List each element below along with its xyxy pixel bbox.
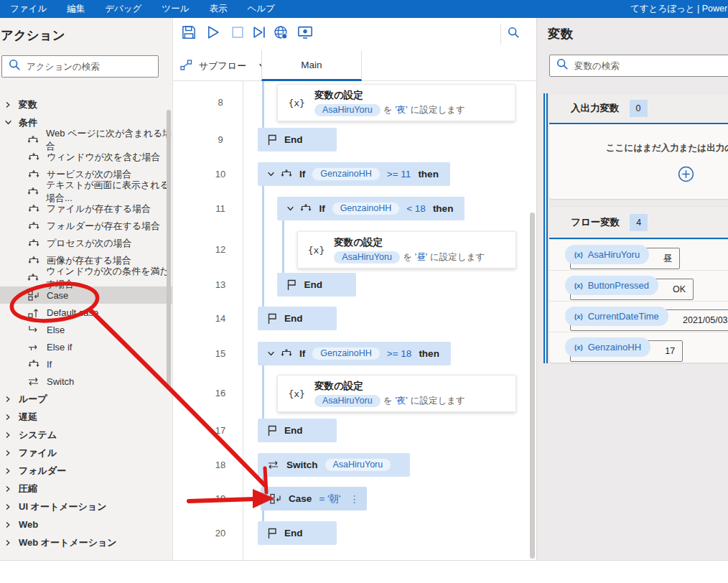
flow-scrollbar[interactable]: [530, 213, 535, 559]
stop-button[interactable]: [229, 25, 246, 42]
tree-item-Web ページに次が含まれる場合[interactable]: Web ページに次が含まれる場合: [0, 131, 172, 149]
action-end[interactable]: End: [258, 128, 337, 151]
tree-group-Web オートメーション[interactable]: Web オートメーション: [0, 533, 172, 551]
case-icon: [27, 290, 39, 301]
menu-item[interactable]: 表示: [199, 0, 237, 18]
row-number: 17: [207, 425, 233, 436]
chevron-right-icon: [4, 521, 13, 528]
switch-icon: [27, 377, 39, 386]
chevron-down-icon[interactable]: [267, 350, 275, 358]
tree-group-変数[interactable]: 変数: [0, 95, 172, 113]
action-set-variable[interactable]: {x} 変数の設定 AsaHiruYoru を '夜' に設定します: [277, 375, 516, 412]
run-next-icon: [252, 25, 266, 42]
chevron-right-icon: [4, 467, 13, 475]
variable-row[interactable]: (x) ButtonPressed OK (x) ButtonPressed: [549, 270, 728, 301]
tree-item-Switch[interactable]: Switch: [0, 373, 172, 390]
actions-scrollbar[interactable]: [167, 110, 171, 390]
menu-item[interactable]: ヘルプ: [237, 0, 284, 18]
tree-group-UI オートメーション[interactable]: UI オートメーション: [0, 498, 172, 516]
indent-guide: [262, 186, 264, 307]
tree-item-フォルダーが存在する場合[interactable]: フォルダーが存在する場合: [0, 218, 172, 235]
tree-item-Else[interactable]: Else: [0, 321, 172, 338]
variable-row[interactable]: (x) AsaHiruYoru 昼 (x) AsaHiruYoru: [549, 239, 728, 270]
variable-pill[interactable]: GenzainoHH: [332, 202, 400, 215]
tree-group-ループ[interactable]: ループ: [0, 390, 172, 408]
indent-guide: [262, 81, 264, 128]
tree-group-フォルダー[interactable]: フォルダー: [0, 462, 172, 480]
variable-value: 昼: [663, 253, 673, 265]
chevron-right-icon: [4, 432, 13, 439]
tree-group-システム[interactable]: システム: [0, 426, 172, 444]
action-if[interactable]: If GenzainoHH >= 18 then: [258, 342, 451, 365]
variable-row[interactable]: (x) CurrentDateTime 2021/05/03 17 (x) Cu…: [549, 301, 728, 332]
variables-search-input[interactable]: [574, 61, 726, 71]
variable-value: OK: [673, 284, 686, 294]
io-empty-message: ここにはまだ入力または出力の変数が: [606, 142, 728, 154]
tree-item-Else if[interactable]: Else if: [0, 338, 172, 355]
tree-group-圧縮[interactable]: 圧縮: [0, 480, 172, 498]
add-variable-button[interactable]: [677, 167, 694, 184]
tree-item-If[interactable]: If: [0, 355, 172, 373]
condition-icon: [27, 221, 39, 232]
io-variables-header[interactable]: 入出力変数 0: [549, 93, 728, 124]
set-variable-icon: {x}: [288, 98, 304, 108]
search-icon: [508, 27, 520, 42]
tree-group-遅延[interactable]: 遅延: [0, 408, 172, 426]
more-vertical-icon[interactable]: ⋮: [350, 493, 360, 505]
variable-pill[interactable]: AsaHiruYoru: [334, 251, 400, 264]
actions-search-input[interactable]: [27, 62, 151, 72]
flow-canvas: 8{x} 変数の設定 AsaHiruYoru を '夜' に設定します9End1…: [173, 81, 536, 560]
flow-variables-header[interactable]: フロー変数 4: [549, 207, 728, 239]
variable-pill[interactable]: AsaHiruYoru: [314, 395, 381, 408]
search-flow-button[interactable]: [505, 25, 522, 42]
variable-name-pill[interactable]: (x) GenzainoHH: [565, 337, 650, 357]
tree-item-Default case[interactable]: Default case: [0, 304, 172, 321]
tree-group-ファイル[interactable]: ファイル: [0, 444, 172, 462]
variable-pill[interactable]: GenzainoHH: [312, 348, 380, 360]
tree-item-ファイルが存在する場合[interactable]: ファイルが存在する場合: [0, 200, 172, 218]
web-recorder-button[interactable]: [272, 25, 289, 42]
variable-pill[interactable]: GenzainoHH: [312, 168, 380, 181]
chevron-right-icon: [4, 503, 13, 510]
subflow-selector[interactable]: サブフロー: [180, 50, 266, 81]
action-case[interactable]: Case = '朝' ⋮: [261, 487, 367, 510]
action-if[interactable]: If GenzainoHH >= 11 then: [258, 162, 450, 186]
variable-pill[interactable]: AsaHiruYoru: [325, 459, 391, 472]
tab-main[interactable]: Main: [261, 50, 362, 81]
variable-name-pill[interactable]: (x) AsaHiruYoru: [565, 245, 649, 264]
action-if[interactable]: If GenzainoHH < 18 then: [277, 197, 465, 220]
chevron-down-icon[interactable]: [267, 170, 275, 178]
variable-pill[interactable]: AsaHiruYoru: [314, 104, 381, 117]
desktop-recorder-button[interactable]: [297, 25, 314, 42]
actions-search-box[interactable]: [1, 55, 159, 78]
tree-item-ウィンドウが次を含む場合[interactable]: ウィンドウが次を含む場合: [0, 149, 172, 166]
variable-row[interactable]: (x) GenzainoHH 17 (x) GenzainoHH: [549, 332, 728, 363]
action-end[interactable]: End: [258, 307, 337, 330]
menu-item[interactable]: ファイル: [0, 0, 57, 18]
action-end[interactable]: End: [277, 273, 356, 297]
flag-icon: [267, 313, 277, 325]
variable-x-icon: (x): [574, 281, 583, 289]
tree-item-プロセスが次の場合[interactable]: プロセスが次の場合: [0, 235, 172, 252]
variable-name-pill[interactable]: (x) CurrentDateTime: [565, 307, 668, 326]
if-icon: [300, 203, 312, 214]
tree-group-Web[interactable]: Web: [0, 516, 172, 533]
action-switch[interactable]: Switch AsaHiruYoru: [258, 453, 410, 477]
variables-search-box[interactable]: [549, 55, 728, 77]
action-set-variable[interactable]: {x} 変数の設定 AsaHiruYoru を '夜' に設定します: [277, 84, 515, 121]
action-end[interactable]: End: [258, 419, 337, 442]
action-set-variable[interactable]: {x} 変数の設定 AsaHiruYoru を '昼' に設定します: [297, 231, 516, 269]
menu-item[interactable]: 編集: [57, 0, 95, 18]
run-next-button[interactable]: [251, 25, 268, 42]
variable-name-pill[interactable]: (x) ButtonPressed: [565, 276, 658, 295]
tree-item-ウィンドウが次の条件を満たす場合[interactable]: ウィンドウが次の条件を満たす場合: [0, 269, 172, 286]
run-button[interactable]: [205, 25, 222, 42]
chevron-down-icon[interactable]: [286, 205, 294, 213]
subflow-label: サブフロー: [199, 60, 246, 73]
menu-item[interactable]: デバッグ: [95, 0, 151, 18]
tree-item-テキストが画面に表示される場合...[interactable]: テキストが画面に表示される場合...: [0, 183, 172, 200]
action-end[interactable]: End: [258, 521, 337, 545]
menu-item[interactable]: ツール: [151, 0, 199, 18]
save-button[interactable]: [180, 25, 197, 42]
else-if-icon: [27, 342, 39, 352]
